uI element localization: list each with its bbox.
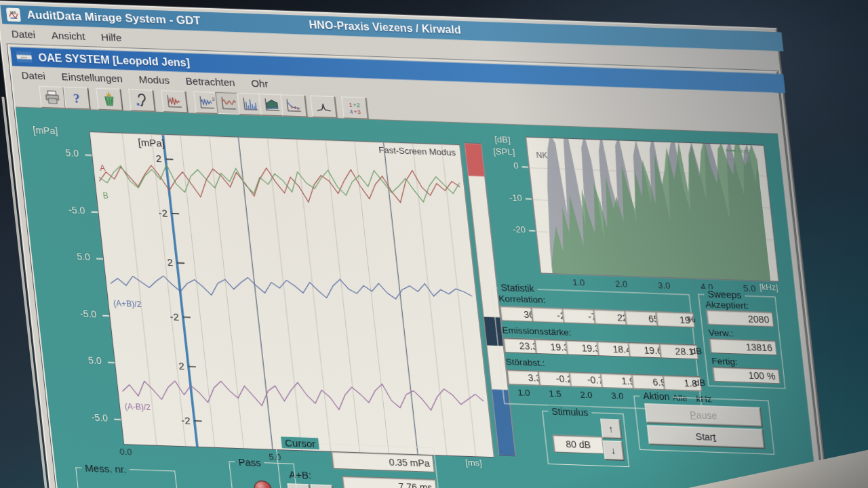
freq-label: 1.5 bbox=[540, 388, 571, 400]
stimulus-group: Stimulus 80 dB ↑ ↓ bbox=[542, 411, 629, 467]
help-button[interactable]: ? bbox=[63, 87, 90, 109]
help-icon: ? bbox=[67, 90, 86, 106]
print-button[interactable] bbox=[39, 86, 66, 108]
app-title: AuditData Mirage System - GDT bbox=[26, 9, 201, 28]
aktion-group: Aktion Pause Start bbox=[633, 396, 774, 455]
cursor-time-field[interactable]: 7.76 ms bbox=[342, 476, 437, 488]
svg-text:2: 2 bbox=[167, 256, 174, 268]
freq-label: 2.0 bbox=[571, 390, 602, 401]
svg-text:-2: -2 bbox=[158, 207, 168, 218]
waveform-x-unit: [ms] bbox=[465, 458, 482, 468]
down-arrow-icon: ↓ bbox=[610, 445, 616, 455]
stimulus-up-button[interactable]: ↑ bbox=[600, 419, 621, 439]
pause-label: ause bbox=[696, 409, 717, 421]
svg-text:2: 2 bbox=[212, 96, 216, 102]
mess-nr-title: Mess. nr. bbox=[81, 462, 130, 475]
stimulus-waveform-icon bbox=[165, 94, 184, 109]
start-label-key: t bbox=[713, 432, 717, 443]
axis-tick bbox=[108, 362, 115, 363]
delete-sweeps-button[interactable] bbox=[96, 88, 123, 110]
waveform-squared-icon: 2 bbox=[197, 95, 216, 110]
svg-text:(A+B)/2: (A+B)/2 bbox=[113, 298, 142, 308]
combine-1234-view-button[interactable]: 1+2 4+3 bbox=[341, 96, 368, 119]
axis-tick bbox=[85, 155, 92, 156]
menu-datei[interactable]: Datei bbox=[3, 26, 44, 42]
spectrum-line-icon bbox=[284, 98, 303, 113]
pass-indicator-led bbox=[253, 481, 273, 488]
svg-text:Stör: Stör bbox=[739, 157, 751, 164]
cursor-group: Cursor A+B: ← → 0.35 mPa 7.76 ms bbox=[275, 442, 441, 488]
waveform-plot[interactable]: 2-22-22-2[mPa]Fast-Screen ModusAB(A+B)/2… bbox=[89, 131, 494, 458]
svg-text:2: 2 bbox=[178, 360, 185, 371]
waveform-red-icon bbox=[219, 96, 238, 111]
spectrum-xlabel: 1.0 bbox=[568, 277, 589, 288]
oae-menu-modus[interactable]: Modus bbox=[130, 71, 178, 87]
verw-label: Verw.: bbox=[708, 327, 734, 338]
svg-text:2: 2 bbox=[155, 152, 162, 164]
combine-1234-icon: 1+2 4+3 bbox=[345, 100, 364, 116]
pause-button[interactable]: Pause bbox=[645, 403, 762, 426]
spectrum-xlabel: 3.0 bbox=[653, 280, 675, 291]
axis-tick bbox=[102, 315, 109, 317]
ear-icon bbox=[132, 93, 151, 108]
menu-ansicht[interactable]: Ansicht bbox=[43, 28, 94, 44]
svg-text:resp: resp bbox=[738, 148, 751, 155]
fertig-label: Fertig: bbox=[711, 356, 738, 367]
start-button[interactable]: Start bbox=[647, 425, 764, 448]
pass-title: Pass bbox=[234, 456, 264, 469]
stoerabst-label: Störabst.: bbox=[505, 357, 545, 368]
aktion-title: Aktion bbox=[639, 390, 674, 403]
print-icon bbox=[43, 89, 62, 105]
sweeps-group: Sweeps Akzeptiert: 2080 Verw.: 13816 Fer… bbox=[698, 294, 785, 389]
oae-menu-datei[interactable]: Datei bbox=[12, 67, 54, 83]
emission-unit: dB bbox=[690, 346, 703, 357]
axis-tick bbox=[529, 230, 535, 231]
oae-menu-einstellungen[interactable]: Einstellungen bbox=[52, 68, 131, 85]
monitor-photo: MS AuditData Mirage System - GDT HNO-Pra… bbox=[0, 0, 868, 488]
spectrum-plot: NKrespStör bbox=[526, 137, 779, 282]
spectrum-bars-icon bbox=[241, 96, 260, 112]
spectrum-unit-spl: [SPL] bbox=[493, 146, 515, 157]
mess-nr-group: Mess. nr. bbox=[75, 467, 180, 488]
svg-text:[mPa]: [mPa] bbox=[138, 137, 165, 149]
fertig-value: 100 % bbox=[712, 367, 780, 384]
svg-text:Fast-Screen Modus: Fast-Screen Modus bbox=[378, 145, 456, 158]
up-arrow-icon: ↑ bbox=[608, 423, 614, 434]
waveform-ylabel: -5.0 bbox=[69, 411, 108, 423]
oae-icon: ••• bbox=[16, 52, 33, 63]
oae-menu-ohr[interactable]: Ohr bbox=[242, 75, 277, 91]
axis-tick bbox=[91, 211, 98, 213]
waveform-ylabel: 5.0 bbox=[52, 250, 91, 262]
cursor-right-button[interactable]: → bbox=[311, 485, 334, 488]
cursor-title: Cursor bbox=[281, 436, 319, 449]
stimulus-down-button[interactable]: ↓ bbox=[603, 441, 624, 460]
oae-menu-betrachten[interactable]: Betrachten bbox=[177, 73, 244, 89]
svg-text:?: ? bbox=[73, 92, 81, 106]
crt-screen: MS AuditData Mirage System - GDT HNO-Pra… bbox=[0, 0, 868, 488]
cursor-amplitude-field[interactable]: 0.35 mPa bbox=[331, 451, 435, 472]
ear-button[interactable] bbox=[128, 89, 155, 111]
axis-tick bbox=[96, 258, 103, 260]
spectrum-xlabel: 2.0 bbox=[610, 279, 632, 289]
stoerabst-unit: dB bbox=[694, 378, 706, 388]
spectrum-x-unit: [kHz] bbox=[759, 283, 778, 293]
waveform-ylabel: -5.0 bbox=[46, 203, 85, 216]
svg-text:+3: +3 bbox=[353, 108, 361, 115]
stimulus-title: Stimulus bbox=[547, 405, 591, 418]
spectrum-line-view-button[interactable] bbox=[280, 94, 307, 117]
practice-name: HNO-Praxis Viezens / Kirwald bbox=[309, 19, 462, 37]
stimulus-view-button[interactable] bbox=[161, 90, 188, 113]
menu-hilfe[interactable]: Hilfe bbox=[92, 29, 130, 45]
freq-label: 3.0 bbox=[602, 390, 633, 402]
trash-icon bbox=[100, 92, 119, 107]
peak-curve-view-button[interactable] bbox=[310, 96, 337, 118]
svg-text:-2: -2 bbox=[170, 310, 180, 322]
stimulus-level-field[interactable]: 80 dB bbox=[552, 434, 604, 454]
axis-tick bbox=[526, 198, 532, 199]
axis-tick bbox=[114, 419, 121, 420]
svg-text:B: B bbox=[102, 190, 109, 200]
spectrum-ylabel: 0 bbox=[491, 160, 519, 171]
spectrum-area-icon bbox=[262, 97, 281, 113]
waveform-ylabel: -5.0 bbox=[58, 307, 97, 319]
korrelation-unit: % bbox=[687, 314, 696, 324]
